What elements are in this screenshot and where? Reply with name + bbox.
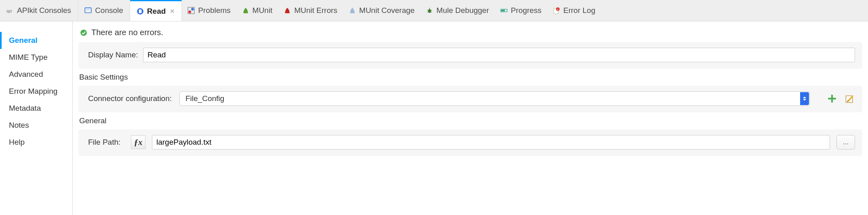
svg-point-8: [428, 9, 431, 13]
progress-icon: [500, 7, 508, 14]
properties-sidebar: General MIME Type Advanced Error Mapping…: [0, 21, 73, 215]
sidebar-item-mime-type[interactable]: MIME Type: [0, 49, 72, 66]
general-group: File Path: ƒx ...: [78, 129, 862, 156]
api-icon: api: [6, 7, 14, 14]
tab-label: Error Log: [563, 6, 595, 15]
mule-component-icon: [137, 8, 144, 15]
tab-label: Read: [147, 7, 166, 16]
tab-label: Console: [95, 6, 123, 15]
tab-munit-coverage[interactable]: MUnit Coverage: [343, 0, 420, 21]
tab-read[interactable]: Read ✕: [130, 0, 182, 21]
sidebar-item-error-mapping[interactable]: Error Mapping: [0, 83, 72, 100]
tab-label: Mule Debugger: [436, 6, 489, 15]
file-path-label: File Path:: [88, 138, 124, 147]
sidebar-item-label: Notes: [9, 121, 29, 129]
svg-point-7: [191, 8, 194, 11]
browse-button-label: ...: [843, 138, 849, 146]
svg-point-6: [189, 11, 192, 13]
tab-error-log[interactable]: x Error Log: [547, 0, 601, 21]
svg-text:api: api: [6, 9, 12, 13]
munit-icon: [242, 7, 249, 14]
display-name-input[interactable]: [143, 48, 855, 62]
tab-label: MUnit Errors: [294, 6, 337, 15]
section-title-general: General: [79, 116, 862, 125]
tab-label: MUnit: [253, 6, 273, 15]
console-icon: [84, 7, 92, 14]
sidebar-item-label: MIME Type: [9, 53, 48, 61]
svg-rect-21: [828, 98, 836, 99]
sidebar-item-label: Error Mapping: [9, 87, 57, 95]
display-name-label: Display Name:: [88, 51, 137, 59]
svg-line-12: [427, 12, 428, 12]
validation-status-text: There are no errors.: [91, 28, 163, 37]
sidebar-item-help[interactable]: Help: [0, 134, 72, 151]
properties-panel: There are no errors. Display Name: Basic…: [73, 21, 868, 215]
svg-rect-2: [86, 8, 91, 10]
connector-config-label: Connector configuration:: [88, 94, 173, 103]
ok-check-icon: [80, 29, 87, 36]
munit-errors-icon: [284, 7, 291, 14]
tab-console[interactable]: Console: [78, 0, 130, 21]
connector-config-value: File_Config: [185, 94, 224, 103]
munit-coverage-icon: [349, 7, 356, 14]
tab-label: APIkit Consoles: [17, 6, 71, 15]
validation-status: There are no errors.: [78, 27, 862, 42]
sidebar-item-general[interactable]: General: [0, 32, 72, 49]
tab-label: MUnit Coverage: [359, 6, 415, 15]
bug-icon: [426, 7, 433, 14]
svg-point-19: [80, 30, 87, 36]
tab-problems[interactable]: Problems: [182, 0, 236, 21]
error-log-icon: x: [553, 7, 560, 14]
chevron-updown-icon: [800, 92, 809, 105]
tab-apikit-consoles[interactable]: api APIkit Consoles: [0, 0, 78, 21]
tab-progress[interactable]: Progress: [495, 0, 547, 21]
problems-icon: [188, 7, 195, 14]
tab-label: Progress: [511, 6, 541, 15]
display-name-group: Display Name:: [78, 42, 862, 69]
fx-expression-button[interactable]: ƒx: [131, 135, 145, 149]
tab-label: Problems: [198, 6, 230, 15]
sidebar-item-notes[interactable]: Notes: [0, 117, 72, 134]
sidebar-item-metadata[interactable]: Metadata: [0, 100, 72, 117]
tab-mule-debugger[interactable]: Mule Debugger: [420, 0, 495, 21]
edit-config-button[interactable]: [845, 93, 855, 104]
svg-line-13: [431, 12, 432, 12]
svg-line-10: [427, 10, 428, 11]
connector-config-select[interactable]: File_Config: [179, 91, 810, 106]
file-path-input[interactable]: [152, 135, 830, 150]
svg-rect-15: [501, 10, 505, 12]
sidebar-item-label: General: [9, 36, 38, 44]
add-config-button[interactable]: [827, 93, 837, 104]
sidebar-item-label: Advanced: [9, 70, 43, 78]
section-title-basic-settings: Basic Settings: [79, 73, 862, 82]
browse-button[interactable]: ...: [836, 135, 855, 150]
svg-line-11: [431, 10, 432, 11]
basic-settings-group: Connector configuration: File_Config: [78, 86, 862, 112]
svg-rect-4: [139, 9, 141, 13]
sidebar-item-advanced[interactable]: Advanced: [0, 66, 72, 83]
tab-munit[interactable]: MUnit: [236, 0, 278, 21]
close-icon[interactable]: ✕: [170, 8, 175, 15]
views-tab-bar: api APIkit Consoles Console Read ✕ Probl…: [0, 0, 868, 21]
tab-munit-errors[interactable]: MUnit Errors: [278, 0, 343, 21]
sidebar-item-label: Help: [9, 138, 25, 146]
sidebar-item-label: Metadata: [9, 104, 41, 112]
